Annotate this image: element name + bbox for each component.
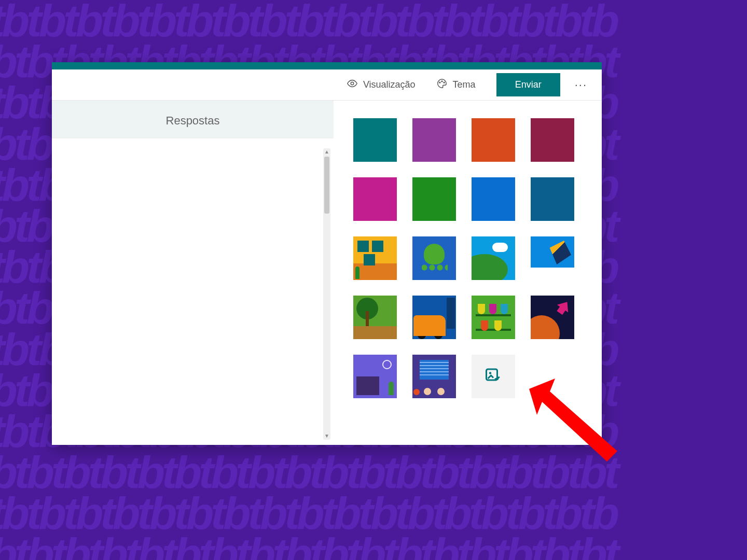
theme-color-green[interactable] <box>412 177 456 221</box>
theme-image-space[interactable] <box>531 296 574 339</box>
theme-image-snowboard[interactable] <box>531 236 574 280</box>
forms-app-window: Visualização Tema Enviar ··· Respostas ▲ <box>52 62 602 445</box>
responses-body <box>52 138 334 445</box>
send-button[interactable]: Enviar <box>496 73 560 96</box>
svg-point-3 <box>444 82 445 83</box>
more-icon: ··· <box>575 78 587 91</box>
svg-point-1 <box>439 82 440 83</box>
theme-grid <box>353 118 586 398</box>
theme-color-blue[interactable] <box>472 177 515 221</box>
tab-responses[interactable]: Respostas <box>52 101 334 138</box>
theme-image-desk[interactable] <box>353 355 397 398</box>
window-titlebar <box>52 62 602 69</box>
svg-point-5 <box>489 372 492 374</box>
theme-picker-panel <box>334 101 602 445</box>
app-toolbar: Visualização Tema Enviar ··· <box>52 69 602 101</box>
preview-button[interactable]: Visualização <box>338 74 424 96</box>
responses-scrollbar[interactable]: ▲ ▼ <box>323 148 330 440</box>
theme-label: Tema <box>453 79 476 90</box>
theme-color-orange[interactable] <box>472 118 515 162</box>
palette-icon <box>436 78 448 92</box>
theme-color-maroon[interactable] <box>531 118 574 162</box>
eye-icon <box>347 78 358 92</box>
theme-color-magenta[interactable] <box>353 177 397 221</box>
app-content: Respostas ▲ ▼ <box>52 101 602 445</box>
theme-button[interactable]: Tema <box>428 74 484 96</box>
send-label: Enviar <box>515 79 542 90</box>
svg-point-2 <box>441 81 442 82</box>
theme-image-van[interactable] <box>412 296 456 339</box>
theme-image-lab[interactable] <box>472 296 515 339</box>
scroll-down-icon[interactable]: ▼ <box>323 432 330 440</box>
theme-image-hills[interactable] <box>472 236 515 280</box>
theme-image-typing[interactable] <box>412 355 456 398</box>
more-menu-button[interactable]: ··· <box>570 74 592 96</box>
theme-image-room[interactable] <box>353 236 397 280</box>
theme-image-octopus[interactable] <box>412 236 456 280</box>
scroll-up-icon[interactable]: ▲ <box>323 148 330 156</box>
svg-point-0 <box>351 82 354 85</box>
tab-responses-label: Respostas <box>166 114 220 127</box>
scrollbar-thumb[interactable] <box>324 157 329 214</box>
upload-image-icon <box>484 366 503 387</box>
theme-color-purple[interactable] <box>412 118 456 162</box>
responses-pane: Respostas ▲ ▼ <box>52 101 334 445</box>
theme-color-teal[interactable] <box>353 118 397 162</box>
theme-image-park[interactable] <box>353 296 397 339</box>
preview-label: Visualização <box>363 79 416 90</box>
theme-color-navy[interactable] <box>531 177 574 221</box>
custom-theme-button[interactable] <box>472 355 515 398</box>
